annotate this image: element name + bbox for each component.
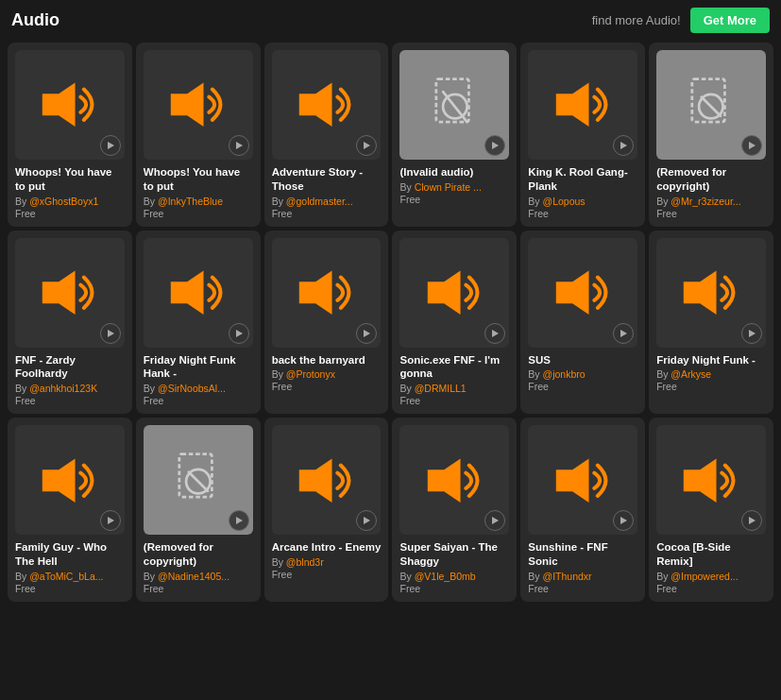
card-author: By @SirNoobsAl... [144, 383, 253, 394]
card-thumbnail [399, 50, 509, 160]
card-title: Whoops! You have to put [144, 165, 253, 194]
card-author: By @V1le_B0mb [399, 571, 509, 582]
find-more-text: find more Audio! [592, 13, 681, 27]
play-badge[interactable] [484, 323, 505, 344]
audio-card[interactable]: Family Guy - Who The Hell By @aToMiC_bLa… [8, 418, 132, 602]
svg-marker-25 [620, 330, 627, 337]
card-thumbnail [15, 50, 125, 160]
svg-marker-28 [42, 458, 76, 502]
play-badge[interactable] [356, 323, 377, 344]
audio-card[interactable]: Sonic.exe FNF - I'm gonna By @DRMILL1 Fr… [392, 230, 517, 415]
card-thumbnail [15, 238, 125, 348]
audio-card[interactable]: Friday Night Funk - By @Arkyse Free [649, 230, 773, 415]
audio-card[interactable]: Adventure Story - Those By @goldmaster..… [264, 43, 389, 227]
card-title: Super Saiyan - The Shaggy [399, 540, 509, 569]
audio-card[interactable]: FNF - Zardy Foolhardy By @anhkhoi123K Fr… [8, 230, 132, 415]
svg-marker-17 [108, 330, 114, 337]
card-title: King K. Rool Gang-Plank [528, 165, 637, 194]
svg-marker-41 [749, 517, 756, 524]
card-thumbnail [399, 238, 509, 348]
card-author: By @goldmaster... [272, 196, 382, 207]
card-title: Sonic.exe FNF - I'm gonna [399, 353, 509, 382]
svg-marker-15 [749, 142, 756, 149]
card-title: (Invalid audio) [399, 165, 509, 179]
card-price: Free [144, 395, 253, 406]
play-badge[interactable] [229, 135, 249, 156]
play-badge[interactable] [484, 135, 505, 156]
svg-marker-5 [364, 142, 370, 149]
card-thumbnail [528, 50, 637, 160]
svg-marker-40 [684, 458, 717, 502]
svg-marker-38 [555, 458, 588, 502]
svg-marker-26 [684, 270, 717, 314]
play-badge[interactable] [229, 510, 249, 531]
audio-card[interactable]: (Invalid audio) By Clown Pirate ... Free [392, 43, 517, 227]
page-title: Audio [11, 10, 59, 30]
play-badge[interactable] [741, 323, 762, 344]
audio-card[interactable]: Friday Night Funk Hank - By @SirNoobsAl.… [136, 230, 261, 415]
svg-marker-16 [42, 270, 76, 314]
svg-marker-19 [236, 330, 243, 337]
card-title: Sunshine - FNF Sonic [528, 540, 637, 569]
card-price: Free [272, 569, 382, 580]
audio-card[interactable]: Arcane Intro - Enemy By @blnd3r Free [264, 418, 389, 602]
play-badge[interactable] [229, 323, 249, 344]
audio-card[interactable]: back the barnyard By @Protonyx Free [264, 230, 389, 415]
audio-card[interactable]: Sunshine - FNF Sonic By @IThundxr Free [520, 418, 645, 602]
card-title: Whoops! You have to put [15, 165, 125, 194]
card-thumbnail [528, 238, 637, 348]
card-author: By @DRMILL1 [399, 383, 509, 394]
card-price: Free [15, 395, 125, 406]
audio-card[interactable]: Whoops! You have to put By @InkyTheBlue … [136, 43, 261, 227]
audio-card[interactable]: SUS By @jonkbro Free [520, 230, 645, 415]
card-price: Free [399, 583, 509, 594]
svg-marker-4 [299, 83, 332, 127]
svg-marker-9 [492, 142, 499, 149]
play-badge[interactable] [100, 510, 121, 531]
card-title: SUS [528, 353, 637, 367]
card-author: By @IThundxr [528, 571, 637, 582]
card-price: Free [272, 381, 382, 392]
svg-marker-18 [171, 270, 204, 314]
get-more-button[interactable]: Get More [690, 8, 770, 33]
play-badge[interactable] [100, 135, 121, 156]
play-badge[interactable] [613, 323, 634, 344]
card-author: By @Lopous [528, 196, 637, 207]
card-price: Free [15, 208, 125, 219]
card-title: Arcane Intro - Enemy [272, 540, 382, 555]
play-badge[interactable] [741, 135, 762, 156]
play-badge[interactable] [613, 135, 634, 156]
audio-card[interactable]: (Removed for copyright) By @Mr_r3zizeur.… [649, 43, 773, 227]
card-thumbnail [144, 425, 253, 535]
card-price: Free [144, 208, 253, 219]
svg-marker-0 [42, 83, 76, 127]
card-price: Free [144, 583, 253, 594]
svg-marker-34 [299, 458, 332, 502]
svg-marker-29 [108, 517, 114, 524]
play-badge[interactable] [100, 323, 121, 344]
card-thumbnail [144, 238, 253, 348]
card-price: Free [528, 381, 637, 392]
card-author: By @xGhostBoyx1 [15, 196, 125, 207]
card-author: By @Mr_r3zizeur... [656, 196, 766, 207]
svg-marker-1 [108, 142, 114, 149]
card-author: By @jonkbro [528, 368, 637, 380]
card-author: By @Impowered... [656, 571, 766, 582]
card-author: By @Arkyse [656, 368, 766, 380]
card-author: By @blnd3r [272, 556, 382, 568]
card-thumbnail [15, 425, 125, 535]
card-thumbnail [272, 238, 382, 348]
svg-marker-39 [620, 517, 627, 524]
card-thumbnail [528, 425, 637, 535]
svg-marker-21 [364, 330, 370, 337]
card-price: Free [399, 194, 509, 205]
svg-marker-37 [492, 517, 499, 524]
svg-marker-35 [364, 517, 370, 524]
card-price: Free [656, 208, 766, 219]
audio-card[interactable]: (Removed for copyright) By @Nadine1405..… [136, 418, 261, 602]
svg-line-14 [702, 97, 721, 116]
audio-card[interactable]: King K. Rool Gang-Plank By @Lopous Free [520, 43, 645, 227]
audio-card[interactable]: Super Saiyan - The Shaggy By @V1le_B0mb … [392, 418, 517, 602]
audio-card[interactable]: Whoops! You have to put By @xGhostBoyx1 … [8, 43, 132, 227]
audio-card[interactable]: Cocoa [B-Side Remix] By @Impowered... Fr… [649, 418, 773, 602]
